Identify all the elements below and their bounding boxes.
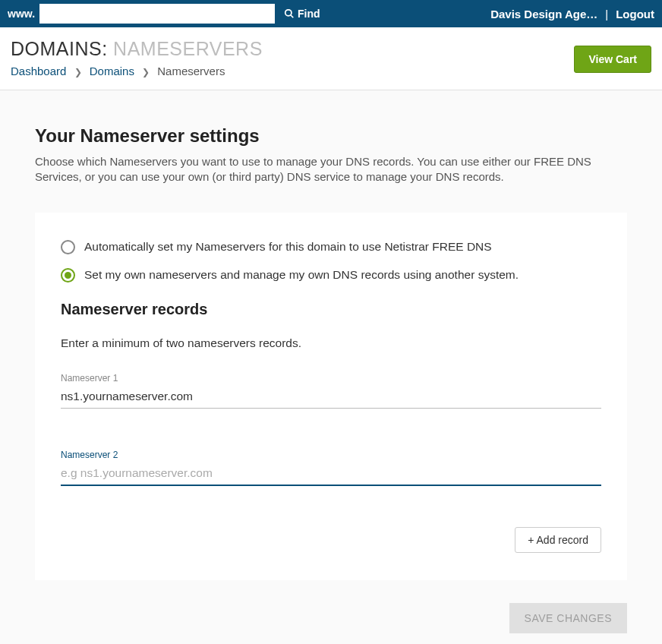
add-record-button[interactable]: + Add record bbox=[515, 527, 601, 553]
radio-label-auto: Automatically set my Nameservers for thi… bbox=[84, 240, 492, 254]
account-name[interactable]: Davis Design Age… bbox=[490, 8, 597, 21]
radio-icon bbox=[61, 268, 75, 283]
radio-icon bbox=[61, 240, 75, 254]
field-label-ns2: Nameserver 2 bbox=[61, 450, 601, 460]
chevron-right-icon: ❯ bbox=[74, 67, 82, 77]
find-label: Find bbox=[298, 8, 320, 20]
settings-card: Automatically set my Nameservers for thi… bbox=[35, 213, 627, 580]
section-title: Your Nameserver settings bbox=[35, 125, 627, 147]
records-hint: Enter a minimum of two nameservers recor… bbox=[61, 336, 601, 350]
breadcrumb-current: Nameservers bbox=[157, 65, 225, 77]
breadcrumb-domains[interactable]: Domains bbox=[90, 65, 134, 77]
field-label-ns1: Nameserver 1 bbox=[61, 373, 601, 384]
logout-link[interactable]: Logout bbox=[616, 8, 654, 21]
radio-option-auto[interactable]: Automatically set my Nameservers for thi… bbox=[61, 240, 601, 254]
input-nameserver-2[interactable] bbox=[61, 463, 601, 486]
topbar: www. Find Davis Design Age… | Logout bbox=[0, 0, 662, 27]
chevron-right-icon: ❯ bbox=[142, 67, 150, 77]
breadcrumb-dashboard[interactable]: Dashboard bbox=[11, 65, 66, 77]
topbar-separator: | bbox=[605, 8, 608, 21]
find-button[interactable]: Find bbox=[276, 4, 328, 24]
search-input[interactable] bbox=[39, 4, 275, 24]
view-cart-button[interactable]: View Cart bbox=[574, 46, 651, 73]
page-title: DOMAINS: NAMESERVERS bbox=[11, 38, 651, 60]
section-description: Choose which Nameservers you want to use… bbox=[35, 154, 627, 185]
main-content: Your Nameserver settings Choose which Na… bbox=[0, 90, 662, 644]
svg-point-0 bbox=[285, 10, 292, 16]
radio-label-own: Set my own nameservers and manage my own… bbox=[84, 268, 519, 282]
page-title-main: DOMAINS: bbox=[11, 38, 108, 59]
search-icon bbox=[284, 8, 295, 19]
svg-line-1 bbox=[291, 15, 294, 18]
page-title-sub: NAMESERVERS bbox=[113, 38, 263, 59]
search-prefix: www. bbox=[8, 8, 35, 20]
save-changes-button[interactable]: SAVE CHANGES bbox=[509, 603, 627, 633]
records-title: Nameserver records bbox=[61, 301, 601, 318]
input-nameserver-1[interactable] bbox=[61, 387, 601, 409]
breadcrumb: Dashboard ❯ Domains ❯ Nameservers bbox=[11, 65, 651, 77]
radio-option-own[interactable]: Set my own nameservers and manage my own… bbox=[61, 268, 601, 283]
field-nameserver-2: Nameserver 2 bbox=[61, 450, 601, 486]
page-header: DOMAINS: NAMESERVERS Dashboard ❯ Domains… bbox=[0, 27, 662, 90]
field-nameserver-1: Nameserver 1 bbox=[61, 373, 601, 409]
